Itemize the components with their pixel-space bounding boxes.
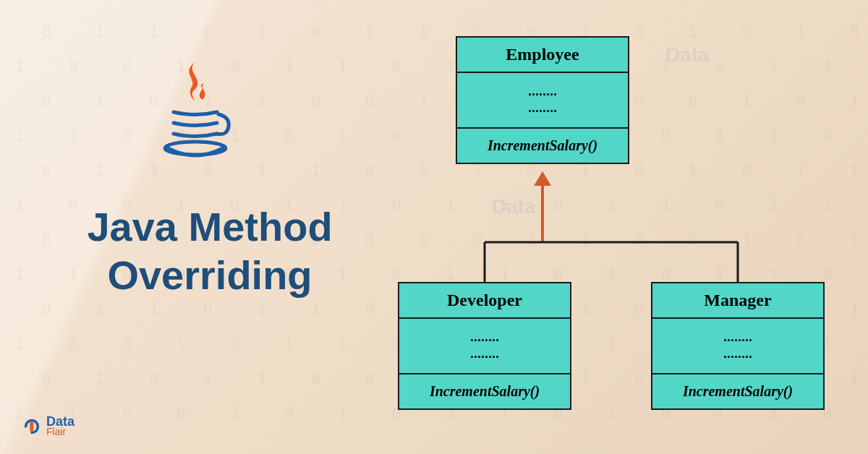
- class-box-manager: Manager ........ ........ IncrementSalar…: [651, 282, 825, 410]
- class-body-employee: ........ ........: [457, 73, 628, 129]
- title-line-2: Overriding: [107, 252, 312, 298]
- brand-logo: Data Flair: [22, 416, 75, 437]
- class-name-manager: Manager: [652, 283, 823, 319]
- class-name-employee: Employee: [457, 38, 628, 73]
- svg-marker-1: [534, 171, 551, 186]
- class-method-manager: IncrementSalary(): [652, 374, 823, 408]
- class-box-employee: Employee ........ ........ IncrementSala…: [456, 36, 629, 164]
- class-method-developer: IncrementSalary(): [399, 374, 570, 408]
- title-line-1: Java Method: [87, 204, 332, 249]
- class-method-employee: IncrementSalary(): [457, 129, 628, 163]
- watermark-dataflair: Data: [665, 43, 710, 67]
- inheritance-connector: [398, 163, 832, 286]
- svg-rect-6: [30, 421, 33, 432]
- java-logo-icon: [152, 58, 239, 174]
- watermark-dataflair: Data: [492, 195, 536, 218]
- class-body-developer: ........ ........: [399, 319, 570, 374]
- class-body-manager: ........ ........: [652, 319, 823, 374]
- brand-logo-text: Data Flair: [46, 416, 75, 437]
- page-title: Java Method Overriding: [43, 202, 376, 299]
- brand-logo-icon: [22, 416, 42, 437]
- class-name-developer: Developer: [399, 283, 570, 319]
- class-box-developer: Developer ........ ........ IncrementSal…: [398, 282, 571, 410]
